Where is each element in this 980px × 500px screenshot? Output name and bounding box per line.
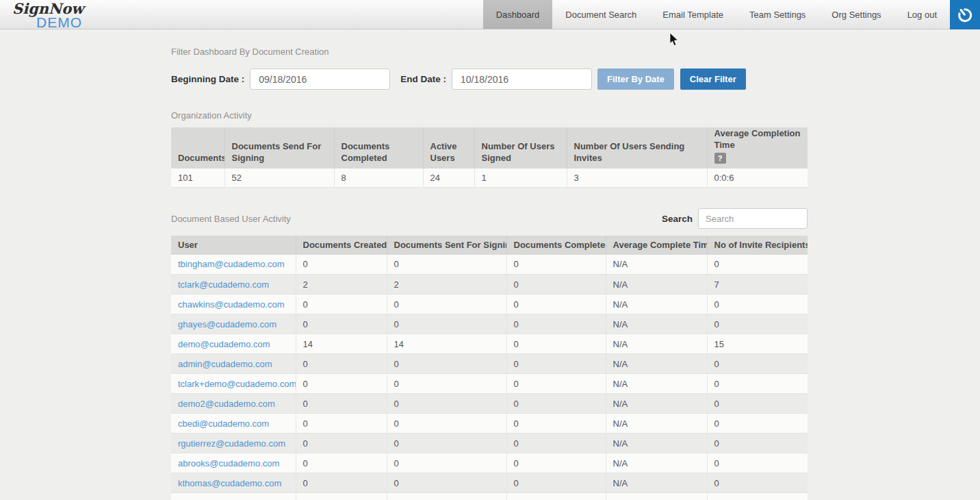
end-date-input[interactable]: [452, 68, 592, 90]
user-email-cell: admin@cudademo.com: [171, 354, 296, 374]
user-email-link[interactable]: tclark@cudademo.com: [178, 279, 269, 290]
nav-tab-org-settings[interactable]: Org Settings: [818, 0, 894, 29]
table-row: tclark@cudademo.com220N/A7: [171, 275, 808, 295]
value-cell: 0: [707, 414, 808, 434]
value-cell: N/A: [606, 255, 707, 275]
nav-tab-team-settings[interactable]: Team Settings: [736, 0, 818, 29]
search-area: Search: [662, 208, 808, 229]
value-cell: 0: [506, 374, 606, 394]
user-email-link[interactable]: ghayes@cudademo.com: [178, 319, 276, 329]
value-cell: 30: [707, 493, 808, 500]
value-cell: 0: [387, 374, 506, 394]
user-email-cell: rgutierrez@cudademo.com: [171, 434, 296, 453]
nav-tab-log-out[interactable]: Log out: [894, 0, 950, 29]
table-row: mdaniels@cudademo.com853680:0:630: [171, 493, 808, 500]
value-cell: 0: [296, 473, 387, 493]
nav-tab-email-template[interactable]: Email Template: [649, 0, 736, 29]
value-cell: 0: [506, 434, 606, 453]
value-cell: 0: [707, 453, 808, 473]
search-label: Search: [662, 214, 693, 224]
user-email-link[interactable]: tclark+demo@cudademo.com: [178, 379, 296, 389]
value-cell: 7: [707, 275, 808, 295]
table-row: ghayes@cudademo.com000N/A0: [171, 314, 808, 334]
org-col-active-users: Active Users: [423, 127, 474, 168]
value-cell: 0: [506, 354, 606, 374]
value-cell: 2: [387, 275, 506, 295]
value-cell: 0: [387, 434, 506, 453]
value-cell: N/A: [606, 295, 707, 314]
org-col-documents: Documents: [171, 127, 224, 168]
help-question-icon[interactable]: ?: [714, 153, 726, 164]
value-cell: 0: [506, 255, 606, 275]
nav-tab-document-search[interactable]: Document Search: [552, 0, 649, 29]
value-cell: 0: [296, 453, 387, 473]
value-cell: N/A: [606, 414, 707, 434]
value-cell: 0:0:6: [606, 493, 707, 500]
value-cell: N/A: [606, 275, 707, 295]
table-row: tbingham@cudademo.com000N/A0: [171, 255, 808, 275]
value-cell: 36: [387, 493, 506, 500]
filter-by-date-button[interactable]: Filter By Date: [597, 68, 674, 90]
table-row: cbedi@cudademo.com000N/A0: [171, 414, 808, 434]
user-email-link[interactable]: demo@cudademo.com: [178, 339, 270, 349]
value-cell: 0: [707, 354, 808, 374]
user-email-link[interactable]: tbingham@cudademo.com: [178, 259, 285, 269]
clear-filter-button[interactable]: Clear Filter: [680, 68, 746, 90]
user-email-link[interactable]: cbedi@cudademo.com: [178, 418, 269, 429]
value-cell: 8: [506, 493, 606, 500]
user-email-link[interactable]: rgutierrez@cudademo.com: [178, 438, 285, 449]
value-cell: 0: [296, 295, 387, 314]
user-email-cell: tbingham@cudademo.com: [171, 255, 296, 275]
value-cell: 0: [387, 314, 506, 334]
value-cell: 0: [387, 414, 506, 434]
beginning-date-input[interactable]: [250, 68, 390, 90]
value-cell: N/A: [606, 473, 707, 493]
value-cell: N/A: [606, 314, 707, 334]
value-cell: N/A: [606, 334, 707, 354]
user-email-link[interactable]: abrooks@cudademo.com: [178, 458, 279, 468]
power-logout-button[interactable]: [950, 0, 980, 29]
brand-logo[interactable]: SignNow DEMO: [12, 2, 83, 29]
value-cell: 14: [387, 334, 506, 354]
user-activity-title: Document Based User Activity: [171, 214, 291, 224]
search-input[interactable]: [698, 208, 808, 229]
value-cell: 0: [506, 314, 606, 334]
value-cell: 0: [296, 255, 387, 275]
value-cell: 0: [387, 453, 506, 473]
ua-col-invite-recipients: No of Invite Recipients: [707, 236, 808, 255]
brand-name: SignNow: [12, 2, 83, 16]
value-cell: 0: [387, 473, 506, 493]
value-cell: N/A: [606, 453, 707, 473]
user-email-link[interactable]: kthomas@cudademo.com: [178, 478, 281, 488]
organization-activity-title: Organization Activity: [171, 110, 808, 121]
table-row: demo2@cudademo.com000N/A0: [171, 394, 808, 414]
main-content: Filter Dashboard By Document Creation Be…: [171, 29, 808, 500]
value-cell: N/A: [606, 374, 707, 394]
org-col-avg-completion-time: Average Completion Time ?: [707, 127, 808, 168]
org-value-users-sending-invites: 3: [567, 168, 707, 187]
value-cell: 0: [387, 255, 506, 275]
table-row: kthomas@cudademo.com000N/A0: [171, 473, 808, 493]
value-cell: 0: [506, 394, 606, 414]
user-email-link[interactable]: demo2@cudademo.com: [178, 399, 275, 409]
user-table-header-row: User Documents Created Documents Sent Fo…: [171, 236, 808, 255]
table-row: tclark+demo@cudademo.com000N/A0: [171, 374, 808, 394]
user-email-cell: kthomas@cudademo.com: [171, 473, 296, 493]
org-col-documents-send-for-signing: Documents Send For Signing: [224, 127, 334, 168]
table-row: abrooks@cudademo.com000N/A0: [171, 453, 808, 473]
nav-tab-dashboard[interactable]: Dashboard: [483, 0, 553, 29]
value-cell: 0: [506, 275, 606, 295]
value-cell: 0: [506, 473, 606, 493]
org-value-users-signed: 1: [474, 168, 567, 187]
value-cell: 0: [387, 295, 506, 314]
end-date-label: End Date :: [400, 74, 446, 84]
value-cell: 0: [296, 414, 387, 434]
user-email-cell: mdaniels@cudademo.com: [171, 493, 296, 500]
org-value-active-users: 24: [423, 168, 474, 187]
user-activity-header: Document Based User Activity Search: [171, 208, 808, 229]
user-email-link[interactable]: admin@cudademo.com: [178, 359, 272, 369]
user-email-link[interactable]: chawkins@cudademo.com: [178, 299, 285, 310]
user-email-link[interactable]: mdaniels@cudademo.com: [178, 498, 283, 500]
user-email-cell: ghayes@cudademo.com: [171, 314, 296, 334]
brand-env-label: DEMO: [36, 16, 83, 29]
